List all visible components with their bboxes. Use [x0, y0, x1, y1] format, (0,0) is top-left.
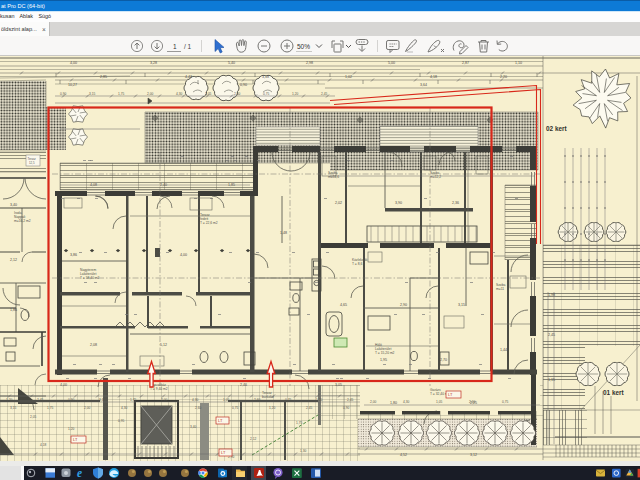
svg-text:4,18: 4,18: [430, 75, 437, 79]
svg-text:50%: 50%: [297, 43, 310, 50]
svg-text:2,12: 2,12: [250, 437, 256, 441]
svg-text:1,05: 1,05: [158, 406, 164, 410]
svg-text:1,10: 1,10: [515, 61, 522, 65]
svg-text:2,02: 2,02: [335, 201, 342, 205]
svg-text:4,18: 4,18: [40, 443, 46, 447]
svg-text:4,00: 4,00: [70, 61, 77, 65]
svg-text:0,75: 0,75: [232, 406, 238, 410]
svg-text:0,90: 0,90: [343, 406, 349, 410]
svg-text:3,28: 3,28: [150, 61, 157, 65]
svg-text:2,60: 2,60: [195, 406, 201, 410]
svg-text:4,30: 4,30: [403, 400, 409, 404]
svg-text:3,05: 3,05: [335, 383, 342, 387]
svg-text:/ 1: / 1: [184, 43, 192, 50]
svg-text:2,98: 2,98: [306, 61, 313, 65]
svg-text:1,48: 1,48: [280, 231, 287, 235]
svg-text:e: e: [77, 467, 82, 479]
svg-text:2,45: 2,45: [321, 92, 327, 96]
svg-text:2,45: 2,45: [347, 398, 353, 402]
svg-text:1,75: 1,75: [130, 398, 136, 402]
svg-text:LT: LT: [218, 418, 223, 423]
svg-text:T = 15,20 m2: T = 15,20 m2: [375, 351, 395, 355]
svg-text:4,65: 4,65: [340, 303, 347, 307]
svg-text:2,60: 2,60: [234, 92, 240, 96]
svg-text:2,20: 2,20: [500, 75, 507, 79]
svg-text:m=16,2 m2: m=16,2 m2: [14, 219, 31, 223]
svg-text:4,52: 4,52: [400, 453, 407, 457]
svg-text:m=12,2: m=12,2: [430, 175, 441, 179]
svg-text:4,30: 4,30: [121, 406, 127, 410]
svg-text:m=11: m=11: [496, 287, 504, 291]
svg-text:1,95: 1,95: [380, 358, 387, 362]
svg-text:1,20: 1,20: [292, 92, 298, 96]
svg-text:T = 8,6: T = 8,6: [352, 262, 362, 266]
svg-text:1,20: 1,20: [68, 427, 74, 431]
svg-text:0,75: 0,75: [263, 92, 269, 96]
svg-text:3,15: 3,15: [89, 92, 95, 96]
svg-text:1,20: 1,20: [269, 406, 275, 410]
svg-text:0,75: 0,75: [502, 400, 508, 404]
svg-text:1,75: 1,75: [47, 406, 53, 410]
svg-text:2,85: 2,85: [100, 75, 107, 79]
svg-text:LT: LT: [448, 392, 453, 397]
svg-text:3,40: 3,40: [190, 425, 196, 429]
svg-text:02 kert: 02 kert: [546, 125, 567, 132]
svg-text:1,05: 1,05: [436, 400, 442, 404]
svg-text:12,5: 12,5: [29, 161, 35, 165]
svg-text:2,00: 2,00: [84, 406, 90, 410]
svg-text:3,86: 3,86: [70, 253, 77, 257]
svg-text:4,43: 4,43: [185, 75, 192, 79]
svg-text:3,64: 3,64: [420, 83, 427, 87]
svg-text:4,30: 4,30: [192, 398, 198, 402]
svg-text:1,75: 1,75: [118, 92, 124, 96]
svg-text:2,87: 2,87: [462, 61, 469, 65]
svg-text:0,90: 0,90: [60, 92, 66, 96]
svg-text:3,15: 3,15: [458, 303, 465, 307]
svg-text:5,40: 5,40: [228, 61, 235, 65]
svg-text:1: 1: [173, 43, 177, 50]
svg-text:3,12: 3,12: [470, 453, 477, 457]
svg-text:1,75: 1,75: [296, 421, 302, 425]
svg-text:2,60: 2,60: [469, 400, 475, 404]
svg-text:2,05: 2,05: [30, 415, 36, 419]
svg-text:1,86: 1,86: [10, 308, 17, 312]
svg-text:2,70: 2,70: [440, 358, 447, 362]
svg-text:4,00: 4,00: [60, 383, 67, 387]
svg-text:0,90: 0,90: [240, 83, 247, 87]
svg-text:3,90: 3,90: [395, 201, 402, 205]
svg-text:0,95: 0,95: [118, 419, 124, 423]
svg-text:2,08: 2,08: [90, 343, 97, 347]
svg-text:2,36: 2,36: [452, 201, 459, 205]
svg-text:2,00: 2,00: [370, 400, 376, 404]
svg-text:1,05: 1,05: [205, 92, 211, 96]
svg-text:5,00: 5,00: [388, 61, 395, 65]
svg-text:1,80: 1,80: [390, 401, 397, 405]
svg-text:2,90: 2,90: [400, 303, 407, 307]
svg-text:1,30: 1,30: [300, 449, 306, 453]
svg-text:2,12: 2,12: [10, 258, 17, 262]
svg-text:2,00: 2,00: [147, 92, 153, 96]
svg-text:10,27: 10,27: [68, 83, 77, 87]
svg-text:4,30: 4,30: [176, 92, 182, 96]
svg-text:3,15: 3,15: [10, 406, 16, 410]
svg-text:2,46: 2,46: [240, 383, 247, 387]
svg-text:LT: LT: [221, 450, 226, 455]
svg-text:2,00: 2,00: [161, 398, 167, 402]
svg-text:1,02: 1,02: [345, 75, 352, 79]
svg-text:4,00: 4,00: [180, 253, 187, 257]
svg-text:3,40: 3,40: [10, 203, 17, 207]
svg-text:m=14,6: m=14,6: [328, 175, 339, 179]
svg-text:01 kert: 01 kert: [603, 389, 624, 396]
svg-text:burkolat: burkolat: [262, 395, 274, 399]
svg-text:T = 22,6 m2: T = 22,6 m2: [200, 221, 218, 225]
svg-text:2,45: 2,45: [306, 406, 312, 410]
svg-text:3,18: 3,18: [262, 75, 269, 79]
svg-text:5,12: 5,12: [160, 343, 167, 347]
svg-text:LT: LT: [73, 437, 78, 442]
svg-text:1,44: 1,44: [500, 348, 507, 352]
